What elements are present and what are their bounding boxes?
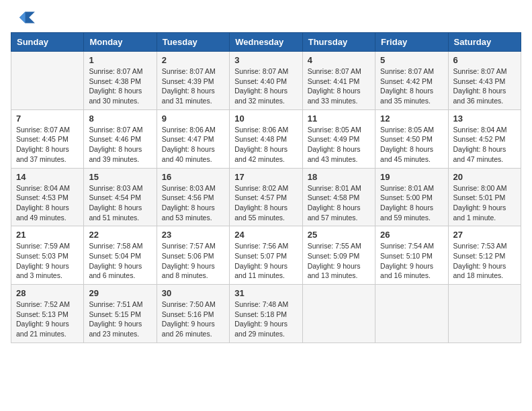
day-cell: 22Sunrise: 7:58 AMSunset: 5:04 PMDayligh…	[84, 226, 157, 285]
day-info: Sunrise: 8:07 AMSunset: 4:43 PMDaylight:…	[453, 66, 516, 106]
day-info: Sunrise: 8:01 AMSunset: 5:00 PMDaylight:…	[380, 183, 443, 223]
day-info: Sunrise: 8:05 AMSunset: 4:50 PMDaylight:…	[380, 125, 443, 165]
day-number: 12	[380, 113, 443, 124]
day-info: Sunrise: 8:07 AMSunset: 4:41 PMDaylight:…	[308, 66, 370, 106]
day-number: 28	[16, 288, 79, 298]
day-number: 30	[162, 288, 224, 298]
day-cell: 31Sunrise: 7:48 AMSunset: 5:18 PMDayligh…	[230, 285, 302, 343]
day-cell: 25Sunrise: 7:55 AMSunset: 5:09 PMDayligh…	[302, 226, 375, 285]
day-cell: 14Sunrise: 8:04 AMSunset: 4:53 PMDayligh…	[11, 168, 84, 226]
day-cell: 5Sunrise: 8:07 AMSunset: 4:42 PMDaylight…	[375, 52, 448, 110]
day-number: 27	[453, 230, 516, 240]
week-row-1: 1Sunrise: 8:07 AMSunset: 4:38 PMDaylight…	[11, 52, 521, 110]
day-cell: 9Sunrise: 8:06 AMSunset: 4:47 PMDaylight…	[157, 109, 229, 168]
day-number: 2	[162, 55, 224, 65]
day-info: Sunrise: 7:48 AMSunset: 5:18 PMDaylight:…	[234, 300, 297, 339]
day-cell: 16Sunrise: 8:03 AMSunset: 4:56 PMDayligh…	[157, 168, 229, 226]
day-info: Sunrise: 7:59 AMSunset: 5:03 PMDaylight:…	[16, 241, 79, 281]
day-info: Sunrise: 8:01 AMSunset: 4:58 PMDaylight:…	[308, 183, 370, 223]
day-cell: 20Sunrise: 8:00 AMSunset: 5:01 PMDayligh…	[448, 168, 521, 226]
day-cell: 28Sunrise: 7:52 AMSunset: 5:13 PMDayligh…	[11, 285, 84, 343]
day-cell: 13Sunrise: 8:04 AMSunset: 4:52 PMDayligh…	[448, 109, 521, 168]
day-number: 16	[162, 172, 224, 182]
day-number: 31	[234, 288, 297, 298]
day-info: Sunrise: 8:04 AMSunset: 4:52 PMDaylight:…	[453, 125, 516, 165]
day-info: Sunrise: 7:51 AMSunset: 5:15 PMDaylight:…	[89, 300, 151, 339]
day-info: Sunrise: 7:52 AMSunset: 5:13 PMDaylight:…	[16, 300, 79, 339]
day-info: Sunrise: 8:04 AMSunset: 4:53 PMDaylight:…	[16, 183, 79, 223]
week-row-2: 7Sunrise: 8:07 AMSunset: 4:45 PMDaylight…	[11, 109, 521, 168]
day-info: Sunrise: 8:03 AMSunset: 4:54 PMDaylight:…	[89, 183, 151, 223]
header-cell-monday: Monday	[84, 33, 157, 52]
header-cell-thursday: Thursday	[302, 33, 375, 52]
day-info: Sunrise: 7:58 AMSunset: 5:04 PMDaylight:…	[89, 241, 151, 281]
day-info: Sunrise: 8:06 AMSunset: 4:48 PMDaylight:…	[234, 125, 297, 165]
day-number: 9	[162, 113, 224, 124]
day-cell	[375, 285, 448, 343]
day-info: Sunrise: 8:07 AMSunset: 4:39 PMDaylight:…	[162, 66, 224, 106]
day-cell	[448, 285, 521, 343]
day-info: Sunrise: 8:06 AMSunset: 4:47 PMDaylight:…	[162, 125, 224, 165]
day-cell: 30Sunrise: 7:50 AMSunset: 5:16 PMDayligh…	[157, 285, 229, 343]
day-cell: 17Sunrise: 8:02 AMSunset: 4:57 PMDayligh…	[230, 168, 302, 226]
day-info: Sunrise: 8:07 AMSunset: 4:45 PMDaylight:…	[16, 125, 79, 165]
day-info: Sunrise: 7:53 AMSunset: 5:12 PMDaylight:…	[453, 241, 516, 281]
header-row: SundayMondayTuesdayWednesdayThursdayFrid…	[11, 33, 521, 52]
day-cell: 21Sunrise: 7:59 AMSunset: 5:03 PMDayligh…	[11, 226, 84, 285]
header-cell-wednesday: Wednesday	[230, 33, 302, 52]
day-info: Sunrise: 7:50 AMSunset: 5:16 PMDaylight:…	[162, 300, 224, 339]
day-cell: 15Sunrise: 8:03 AMSunset: 4:54 PMDayligh…	[84, 168, 157, 226]
day-cell: 23Sunrise: 7:57 AMSunset: 5:06 PMDayligh…	[157, 226, 229, 285]
day-cell: 12Sunrise: 8:05 AMSunset: 4:50 PMDayligh…	[375, 109, 448, 168]
day-number: 22	[89, 230, 151, 240]
day-cell: 7Sunrise: 8:07 AMSunset: 4:45 PMDaylight…	[11, 109, 84, 168]
svg-marker-1	[19, 11, 26, 23]
day-cell	[11, 52, 84, 110]
day-cell: 2Sunrise: 8:07 AMSunset: 4:39 PMDaylight…	[157, 52, 229, 110]
calendar-body: 1Sunrise: 8:07 AMSunset: 4:38 PMDaylight…	[11, 52, 521, 343]
day-cell: 24Sunrise: 7:56 AMSunset: 5:07 PMDayligh…	[230, 226, 302, 285]
day-number: 11	[308, 113, 370, 124]
day-cell: 1Sunrise: 8:07 AMSunset: 4:38 PMDaylight…	[84, 52, 157, 110]
day-info: Sunrise: 7:55 AMSunset: 5:09 PMDaylight:…	[308, 241, 370, 281]
day-info: Sunrise: 7:54 AMSunset: 5:10 PMDaylight:…	[380, 241, 443, 281]
day-cell: 29Sunrise: 7:51 AMSunset: 5:15 PMDayligh…	[84, 285, 157, 343]
day-info: Sunrise: 8:07 AMSunset: 4:40 PMDaylight:…	[234, 66, 297, 106]
day-cell: 27Sunrise: 7:53 AMSunset: 5:12 PMDayligh…	[448, 226, 521, 285]
week-row-3: 14Sunrise: 8:04 AMSunset: 4:53 PMDayligh…	[11, 168, 521, 226]
day-info: Sunrise: 7:56 AMSunset: 5:07 PMDaylight:…	[234, 241, 297, 281]
day-number: 13	[453, 113, 516, 124]
day-number: 26	[380, 230, 443, 240]
day-number: 24	[234, 230, 297, 240]
day-cell: 19Sunrise: 8:01 AMSunset: 5:00 PMDayligh…	[375, 168, 448, 226]
day-number: 14	[16, 172, 79, 182]
day-number: 10	[234, 113, 297, 124]
header-cell-tuesday: Tuesday	[157, 33, 229, 52]
page-header	[11, 11, 521, 26]
day-cell: 26Sunrise: 7:54 AMSunset: 5:10 PMDayligh…	[375, 226, 448, 285]
day-number: 8	[89, 113, 151, 124]
day-number: 3	[234, 55, 297, 65]
day-info: Sunrise: 8:07 AMSunset: 4:38 PMDaylight:…	[89, 66, 151, 106]
day-info: Sunrise: 8:02 AMSunset: 4:57 PMDaylight:…	[234, 183, 297, 223]
day-number: 5	[380, 55, 443, 65]
header-cell-friday: Friday	[375, 33, 448, 52]
logo-icon	[11, 11, 35, 24]
day-cell: 8Sunrise: 8:07 AMSunset: 4:46 PMDaylight…	[84, 109, 157, 168]
day-number: 25	[308, 230, 370, 240]
week-row-4: 21Sunrise: 7:59 AMSunset: 5:03 PMDayligh…	[11, 226, 521, 285]
day-cell	[302, 285, 375, 343]
calendar-header: SundayMondayTuesdayWednesdayThursdayFrid…	[11, 33, 521, 52]
day-number: 1	[89, 55, 151, 65]
day-cell: 10Sunrise: 8:06 AMSunset: 4:48 PMDayligh…	[230, 109, 302, 168]
day-number: 17	[234, 172, 297, 182]
day-number: 4	[308, 55, 370, 65]
header-cell-saturday: Saturday	[448, 33, 521, 52]
day-number: 6	[453, 55, 516, 65]
day-info: Sunrise: 7:57 AMSunset: 5:06 PMDaylight:…	[162, 241, 224, 281]
day-cell: 3Sunrise: 8:07 AMSunset: 4:40 PMDaylight…	[230, 52, 302, 110]
day-cell: 4Sunrise: 8:07 AMSunset: 4:41 PMDaylight…	[302, 52, 375, 110]
day-number: 29	[89, 288, 151, 298]
day-info: Sunrise: 8:05 AMSunset: 4:49 PMDaylight:…	[308, 125, 370, 165]
day-number: 18	[308, 172, 370, 182]
